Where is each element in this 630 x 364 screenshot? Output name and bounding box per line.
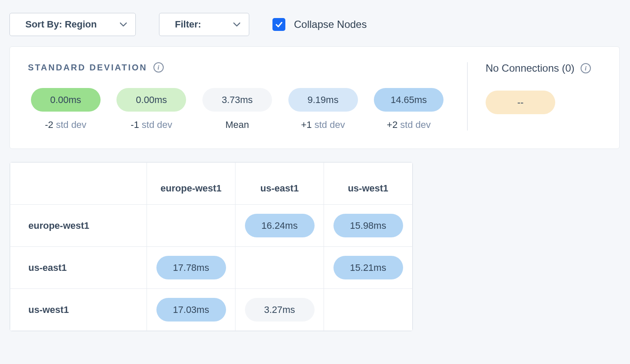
stddev-pill-col: 0.00ms-1 std dev [114,88,190,130]
column-header: us-east1 [235,163,324,205]
stddev-pill-col: 0.00ms-2 std dev [28,88,104,130]
latency-cell [324,289,413,331]
filter-label: Filter: [175,19,201,30]
latency-cell [235,247,324,289]
table-row: us-west117.03ms3.27ms [10,289,413,331]
column-header: us-west1 [324,163,413,205]
collapse-nodes-checkbox[interactable]: Collapse Nodes [272,18,367,31]
legend-card: STANDARD DEVIATION i 0.00ms-2 std dev0.0… [9,46,620,149]
stddev-pill: 0.00ms [116,88,186,112]
stddev-header: STANDARD DEVIATION i [28,62,447,73]
stddev-pill: 0.00ms [31,88,101,112]
stddev-pill-col: 9.19ms+1 std dev [285,88,361,130]
stddev-pills-row: 0.00ms-2 std dev0.00ms-1 std dev3.73msMe… [28,88,447,130]
sort-by-dropdown[interactable]: Sort By: Region [9,13,136,36]
stddev-pill: 3.73ms [202,88,272,112]
collapse-nodes-label: Collapse Nodes [294,18,367,30]
chevron-down-icon [120,21,127,28]
latency-cell: 3.27ms [235,289,324,331]
filter-dropdown[interactable]: Filter: [159,13,249,36]
stddev-pill-label: -2 std dev [45,119,86,130]
column-header: europe-west1 [147,163,235,205]
no-connections-pill: -- [486,91,555,114]
latency-pill: 15.21ms [333,256,403,279]
stddev-pill: 9.19ms [288,88,358,112]
latency-cell: 17.03ms [147,289,235,331]
no-connections-section: No Connections (0) i -- [467,62,601,130]
info-icon[interactable]: i [153,62,164,73]
checkbox-checked-icon [272,18,285,31]
latency-cell [147,205,235,247]
no-connections-header: No Connections (0) i [486,62,601,74]
table-corner [10,163,147,205]
latency-table: europe-west1us-east1us-west1europe-west1… [9,162,413,331]
no-connections-title: No Connections (0) [486,62,575,74]
latency-pill: 16.24ms [245,214,315,237]
no-connections-value: -- [517,97,524,108]
sort-by-label: Sort By: Region [25,19,97,30]
controls-row: Sort By: Region Filter: Collapse Nodes [9,13,621,36]
latency-cell: 15.21ms [324,247,413,289]
table-row: us-east117.78ms15.21ms [10,247,413,289]
latency-pill: 3.27ms [245,298,315,322]
latency-pill: 17.78ms [156,256,226,279]
latency-cell: 15.98ms [324,205,413,247]
row-header: us-west1 [10,289,147,331]
stddev-pill-label: +2 std dev [387,119,431,130]
info-icon[interactable]: i [581,63,591,73]
stddev-title: STANDARD DEVIATION [28,63,147,73]
row-header: us-east1 [10,247,147,289]
stddev-pill-col: 3.73msMean [199,88,275,130]
chevron-down-icon [233,21,240,28]
row-header: europe-west1 [10,205,147,247]
stddev-pill-label: +1 std dev [301,119,345,130]
stddev-pill-label: -1 std dev [131,119,172,130]
stddev-pill-label: Mean [225,119,249,130]
stddev-section: STANDARD DEVIATION i 0.00ms-2 std dev0.0… [28,62,467,130]
latency-pill: 17.03ms [156,298,226,322]
stddev-pill-col: 14.65ms+2 std dev [371,88,447,130]
latency-cell: 16.24ms [235,205,324,247]
latency-cell: 17.78ms [147,247,235,289]
table-row: europe-west116.24ms15.98ms [10,205,413,247]
latency-pill: 15.98ms [333,214,403,237]
stddev-pill: 14.65ms [374,88,443,112]
